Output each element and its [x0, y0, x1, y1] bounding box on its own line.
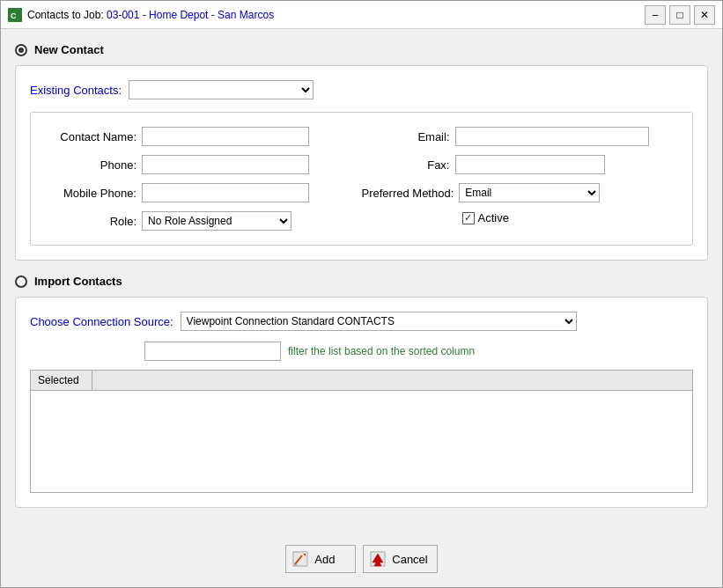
contact-name-label: Contact Name:: [48, 130, 136, 143]
add-icon: [291, 550, 309, 568]
contact-name-input[interactable]: [142, 127, 309, 146]
window-controls: – □ ✕: [645, 5, 715, 25]
mobile-phone-row: Mobile Phone:: [48, 183, 362, 202]
table-body: [31, 391, 692, 488]
new-contact-header: New Contact: [15, 43, 708, 56]
fax-row: Fax:: [362, 155, 675, 174]
selected-column-header: Selected: [31, 371, 92, 390]
mobile-phone-label: Mobile Phone:: [48, 187, 136, 200]
maximize-button[interactable]: □: [669, 5, 690, 25]
connection-source-label: Choose Connection Source:: [30, 315, 173, 328]
fax-input[interactable]: [455, 155, 605, 174]
form-left-col: Contact Name: Phone: Mobile Phone:: [48, 127, 362, 231]
import-panel: Choose Connection Source: Viewpoint Conn…: [15, 297, 708, 508]
preferred-method-label: Preferred Method:: [362, 187, 454, 200]
app-icon: C: [8, 8, 22, 22]
existing-contacts-label: Existing Contacts:: [30, 84, 122, 97]
existing-contacts-select[interactable]: [129, 80, 314, 99]
import-contacts-radio[interactable]: [15, 276, 27, 288]
active-row: Active: [371, 211, 675, 224]
contacts-table: Selected: [30, 370, 693, 493]
window-title: Contacts to Job: 03-001 - Home Depot - S…: [27, 9, 645, 21]
title-bar: C Contacts to Job: 03-001 - Home Depot -…: [1, 1, 722, 29]
cancel-icon: [369, 550, 387, 568]
active-checkbox[interactable]: [462, 212, 475, 224]
active-label: Active: [478, 211, 509, 224]
add-label: Add: [314, 553, 335, 566]
phone-input[interactable]: [142, 155, 309, 174]
close-button[interactable]: ✕: [694, 5, 715, 25]
new-contact-panel: Existing Contacts: Contact Name: Pho: [15, 65, 708, 261]
contact-form-panel: Contact Name: Phone: Mobile Phone:: [30, 112, 693, 246]
contact-name-row: Contact Name:: [48, 127, 362, 146]
button-bar: Add Cancel: [1, 534, 722, 587]
preferred-method-row: Preferred Method: Email Phone Fax: [362, 183, 675, 202]
connection-source-row: Choose Connection Source: Viewpoint Conn…: [30, 312, 693, 331]
form-right-col: Email: Fax: Preferred Method: Email Phon…: [362, 127, 675, 231]
preferred-method-select[interactable]: Email Phone Fax: [459, 183, 600, 202]
connection-source-select[interactable]: Viewpoint Connection Standard CONTACTS: [181, 312, 577, 331]
cancel-label: Cancel: [392, 553, 427, 566]
fax-label: Fax:: [362, 158, 450, 172]
import-contacts-header: Import Contacts: [15, 275, 708, 288]
dialog-content: New Contact Existing Contacts: Contact N…: [1, 29, 722, 534]
contact-form-grid: Contact Name: Phone: Mobile Phone:: [48, 127, 675, 231]
phone-label: Phone:: [48, 158, 136, 172]
new-contact-radio[interactable]: [15, 44, 27, 56]
role-row: Role: No Role Assigned: [48, 211, 362, 231]
existing-contacts-row: Existing Contacts:: [30, 80, 693, 99]
filter-hint: filter the list based on the sorted colu…: [288, 345, 475, 357]
email-row: Email:: [362, 127, 675, 146]
role-label: Role:: [48, 215, 136, 228]
email-label: Email:: [362, 130, 450, 143]
add-button[interactable]: Add: [285, 545, 356, 573]
main-window: C Contacts to Job: 03-001 - Home Depot -…: [0, 0, 723, 588]
email-input[interactable]: [455, 127, 649, 146]
filter-row: filter the list based on the sorted colu…: [144, 342, 693, 361]
import-contacts-section: Import Contacts Choose Connection Source…: [15, 275, 708, 508]
phone-row: Phone:: [48, 155, 362, 174]
minimize-button[interactable]: –: [645, 5, 666, 25]
new-contact-label: New Contact: [34, 43, 104, 56]
svg-text:C: C: [11, 11, 17, 20]
import-contacts-label: Import Contacts: [34, 275, 122, 288]
filter-input[interactable]: [144, 342, 281, 361]
cancel-button[interactable]: Cancel: [363, 545, 437, 573]
mobile-phone-input[interactable]: [142, 183, 309, 202]
table-header: Selected: [31, 371, 692, 391]
role-select[interactable]: No Role Assigned: [142, 211, 291, 231]
